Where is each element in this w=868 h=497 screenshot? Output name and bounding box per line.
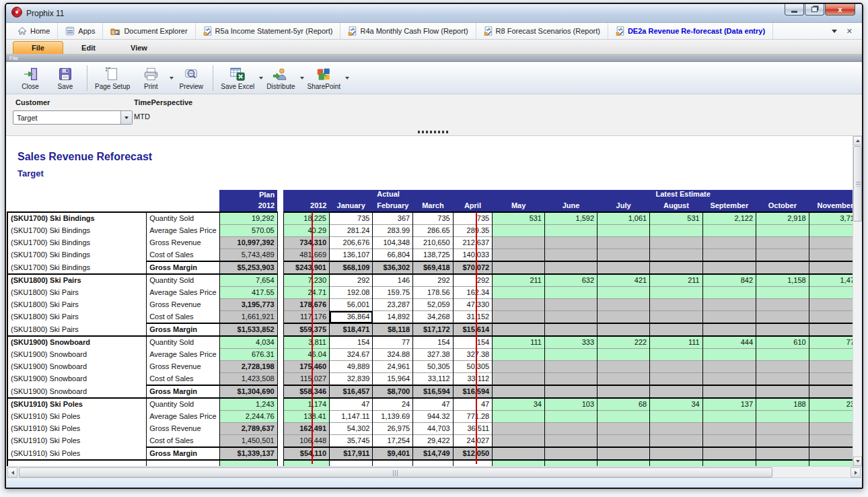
cell[interactable] <box>493 311 545 324</box>
cell[interactable]: 52,059 <box>413 299 454 311</box>
cell[interactable]: 2,918 <box>756 212 809 225</box>
cell[interactable]: 211 <box>650 274 703 287</box>
cell[interactable]: 32,839 <box>330 373 373 386</box>
close-window-button[interactable]: x <box>825 3 855 15</box>
cell[interactable]: $15,614 <box>453 323 493 336</box>
customer-dropdown-button[interactable] <box>120 111 132 124</box>
cell[interactable]: $17,911 <box>330 447 373 460</box>
cell[interactable]: 35,745 <box>330 435 373 448</box>
tab-r5a-income-statement-5yr-report[interactable]: R5a Income Statement-5yr (Report) <box>196 23 341 39</box>
cell[interactable] <box>598 261 650 274</box>
cell-plan[interactable]: 4,034 <box>219 336 277 349</box>
cell[interactable]: $69,418 <box>413 261 454 274</box>
cell[interactable]: 46.04 <box>283 349 329 361</box>
cell[interactable] <box>453 460 493 466</box>
cell[interactable] <box>702 249 756 262</box>
cell[interactable]: 212,637 <box>453 237 493 249</box>
cell[interactable]: 771.28 <box>453 411 493 423</box>
cell[interactable] <box>702 447 756 460</box>
save-button[interactable]: Save <box>48 65 83 92</box>
cell[interactable] <box>650 460 703 466</box>
cell[interactable] <box>702 411 756 423</box>
cell[interactable] <box>756 287 809 299</box>
cell[interactable] <box>544 423 597 435</box>
cell[interactable] <box>493 423 545 435</box>
cell[interactable] <box>598 385 650 398</box>
cell[interactable] <box>493 323 545 336</box>
chevron-down-icon[interactable] <box>345 77 349 79</box>
cell[interactable]: $70,072 <box>453 261 493 274</box>
cell[interactable] <box>330 460 373 466</box>
horizontal-scrollbar[interactable] <box>6 466 862 478</box>
cell[interactable] <box>650 249 703 262</box>
cell[interactable] <box>650 311 703 324</box>
cell[interactable]: 531 <box>493 212 545 225</box>
cell[interactable]: 283.99 <box>373 225 413 237</box>
cell[interactable] <box>756 385 809 398</box>
cell[interactable] <box>544 299 597 311</box>
cell[interactable]: 735 <box>453 212 493 225</box>
cell[interactable] <box>702 385 756 398</box>
cell[interactable]: 140,033 <box>453 249 493 262</box>
cell[interactable] <box>598 287 650 299</box>
cell[interactable] <box>598 460 650 466</box>
cell[interactable] <box>702 237 756 249</box>
cell[interactable]: 210,650 <box>413 237 454 249</box>
cell[interactable]: $54,110 <box>283 447 329 460</box>
cell-plan[interactable]: 7,654 <box>219 274 277 287</box>
tab-r8-forecast-scenarios-report[interactable]: R8 Forecast Scenarios (Report) <box>476 23 608 39</box>
cell[interactable]: 327.38 <box>453 349 493 361</box>
cell[interactable] <box>598 237 650 249</box>
cell[interactable] <box>756 261 809 274</box>
cell[interactable] <box>493 237 545 249</box>
cell[interactable]: 327.38 <box>413 349 454 361</box>
cell[interactable] <box>702 423 756 435</box>
cell[interactable]: 34 <box>650 398 703 411</box>
cell[interactable]: $8,118 <box>373 323 413 336</box>
cell-plan[interactable]: 1,243 <box>219 398 277 411</box>
cell[interactable]: 68 <box>598 398 650 411</box>
cell[interactable] <box>598 361 650 373</box>
cell[interactable] <box>702 311 756 324</box>
cell[interactable] <box>598 447 650 460</box>
cell[interactable] <box>650 423 703 435</box>
cell[interactable] <box>756 373 809 386</box>
cell[interactable] <box>493 460 545 466</box>
cell[interactable]: 281.24 <box>330 225 373 237</box>
cell[interactable] <box>756 460 809 466</box>
cell[interactable]: 1,061 <box>598 212 650 225</box>
cell[interactable]: 14,892 <box>373 311 413 324</box>
cell[interactable]: 77 <box>373 336 413 349</box>
cell-plan[interactable]: 570.05 <box>219 225 277 237</box>
cell[interactable]: 292 <box>330 274 373 287</box>
cell[interactable]: 444 <box>702 336 756 349</box>
cell[interactable]: 154 <box>413 336 454 349</box>
cell[interactable]: 44,703 <box>413 423 454 435</box>
save-excel-button[interactable]: Save Excel <box>217 65 258 92</box>
cell[interactable]: 111 <box>493 336 545 349</box>
cell[interactable]: 40.29 <box>283 225 329 237</box>
cell[interactable]: 136,107 <box>330 249 373 262</box>
cell[interactable] <box>283 460 329 466</box>
preview-button[interactable]: Preview <box>174 65 209 92</box>
cell[interactable] <box>493 361 545 373</box>
cell[interactable]: 18,225 <box>283 212 329 225</box>
maximize-button[interactable] <box>805 3 824 15</box>
cell[interactable] <box>493 385 545 398</box>
cell[interactable] <box>413 460 454 466</box>
scroll-up-button[interactable] <box>853 136 862 145</box>
cell[interactable]: $18,471 <box>330 323 373 336</box>
selected-cell[interactable]: 36,864 <box>330 311 373 324</box>
cell[interactable] <box>650 373 703 386</box>
cell[interactable] <box>544 460 597 466</box>
cell[interactable] <box>650 287 703 299</box>
cell[interactable]: 206,676 <box>330 237 373 249</box>
splitter-handle[interactable] <box>418 131 449 133</box>
cell[interactable]: 2,122 <box>702 212 756 225</box>
cell[interactable]: $14,749 <box>413 447 454 460</box>
print-button[interactable]: Print <box>133 65 168 92</box>
cell-plan[interactable]: 676.31 <box>219 349 277 361</box>
cell[interactable] <box>493 373 545 386</box>
cell[interactable]: 3,811 <box>283 336 329 349</box>
cell[interactable] <box>544 261 597 274</box>
